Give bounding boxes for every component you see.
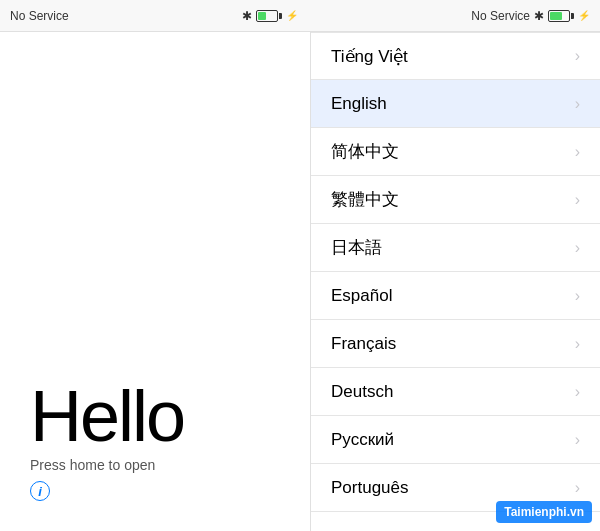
language-name: Русский <box>331 430 394 450</box>
language-name: 繁體中文 <box>331 188 399 211</box>
hello-text: Hello <box>30 255 184 457</box>
chevron-right-icon: › <box>575 95 580 113</box>
language-item[interactable]: English› <box>311 80 600 128</box>
left-panel: Hello Press home to open i <box>0 32 310 531</box>
language-name: 简体中文 <box>331 140 399 163</box>
chevron-right-icon: › <box>575 383 580 401</box>
chevron-right-icon: › <box>575 287 580 305</box>
language-item[interactable]: 繁體中文› <box>311 176 600 224</box>
language-item[interactable]: 简体中文› <box>311 128 600 176</box>
press-home-label: Press home to open <box>30 457 155 473</box>
language-name: Tiếng Việt <box>331 46 408 67</box>
chevron-right-icon: › <box>575 191 580 209</box>
language-item[interactable]: Tiếng Việt› <box>311 32 600 80</box>
watermark: Taimienphi.vn <box>496 501 592 523</box>
bluetooth-icon-left: ✱ <box>242 9 252 23</box>
no-service-left: No Service <box>10 9 69 23</box>
language-name: Deutsch <box>331 382 393 402</box>
language-name: English <box>331 94 387 114</box>
info-button[interactable]: i <box>30 481 50 501</box>
bluetooth-icon-right: ✱ <box>534 9 544 23</box>
language-panel[interactable]: Tiếng Việt›English›简体中文›繁體中文›日本語›Español… <box>311 32 600 531</box>
language-item[interactable]: Français› <box>311 320 600 368</box>
charging-icon-right: ⚡ <box>578 10 590 21</box>
chevron-right-icon: › <box>575 479 580 497</box>
chevron-right-icon: › <box>575 335 580 353</box>
main-content: Hello Press home to open i Tiếng Việt›En… <box>0 32 600 531</box>
language-list: Tiếng Việt›English›简体中文›繁體中文›日本語›Español… <box>311 32 600 512</box>
chevron-right-icon: › <box>575 431 580 449</box>
language-name: Português <box>331 478 409 498</box>
language-name: Español <box>331 286 392 306</box>
status-left: No Service <box>10 9 69 23</box>
status-center-icons: ✱ ⚡ <box>242 9 298 23</box>
charging-icon: ⚡ <box>286 10 298 21</box>
no-service-right: No Service <box>471 9 530 23</box>
status-right: No Service ✱ ⚡ <box>471 9 590 23</box>
bottom-info: Press home to open i <box>30 457 280 501</box>
chevron-right-icon: › <box>575 47 580 65</box>
battery-icon-left <box>256 10 282 22</box>
status-bar: No Service ✱ ⚡ No Service ✱ ⚡ <box>0 0 600 32</box>
chevron-right-icon: › <box>575 239 580 257</box>
language-item[interactable]: Русский› <box>311 416 600 464</box>
language-item[interactable]: Deutsch› <box>311 368 600 416</box>
chevron-right-icon: › <box>575 143 580 161</box>
language-item[interactable]: 日本語› <box>311 224 600 272</box>
battery-icon-right <box>548 10 574 22</box>
language-name: 日本語 <box>331 236 382 259</box>
language-item[interactable]: Español› <box>311 272 600 320</box>
language-name: Français <box>331 334 396 354</box>
